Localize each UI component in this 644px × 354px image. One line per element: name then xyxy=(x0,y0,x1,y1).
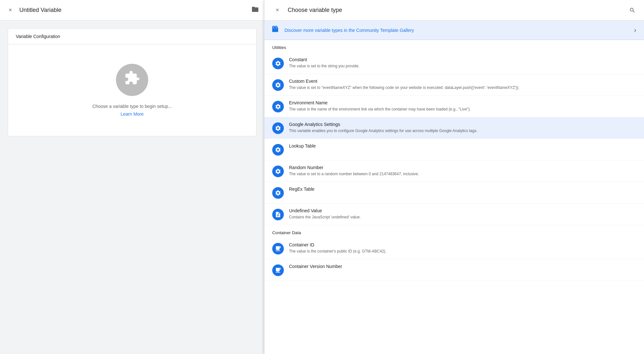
random-number-desc: The value is set to a random number betw… xyxy=(289,171,636,177)
environment-name-name: Environment Name xyxy=(289,100,636,105)
constant-name: Constant xyxy=(289,57,636,62)
variable-item-container-id[interactable]: Container IDThe value is the container's… xyxy=(264,238,644,259)
google-analytics-settings-content: Google Analytics SettingsThis variable e… xyxy=(289,122,636,134)
constant-content: ConstantThe value is set to the string y… xyxy=(289,57,636,69)
placeholder-icon-container xyxy=(116,64,148,96)
variable-item-lookup-table[interactable]: Lookup Table xyxy=(264,139,644,160)
folder-icon[interactable] xyxy=(251,5,259,15)
search-button[interactable] xyxy=(626,4,639,17)
container-version-number-icon xyxy=(272,264,284,276)
constant-icon xyxy=(272,58,284,69)
right-panel-close-button[interactable]: × xyxy=(272,5,283,15)
container-id-content: Container IDThe value is the container's… xyxy=(289,242,636,254)
google-analytics-settings-icon xyxy=(272,122,284,134)
random-number-name: Random Number xyxy=(289,165,636,170)
section-header-utilities: Utilities xyxy=(264,40,644,53)
custom-event-icon xyxy=(272,79,284,91)
puzzle-icon xyxy=(124,70,140,90)
section-header-container-data: Container Data xyxy=(264,225,644,238)
variable-item-container-version-number[interactable]: Container Version Number xyxy=(264,259,644,281)
choose-variable-text: Choose a variable type to begin setup... xyxy=(92,104,172,109)
undefined-value-desc: Contains the JavaScript 'undefined' valu… xyxy=(289,214,636,220)
container-version-number-content: Container Version Number xyxy=(289,264,636,270)
main-panel: × Untitled Variable Variable Configurati… xyxy=(0,0,264,354)
google-analytics-settings-desc: This variable enables you to configure G… xyxy=(289,128,636,134)
container-version-number-name: Container Version Number xyxy=(289,264,636,269)
google-analytics-settings-name: Google Analytics Settings xyxy=(289,122,636,127)
variable-item-regex-table[interactable]: RegEx Table xyxy=(264,182,644,204)
lookup-table-content: Lookup Table xyxy=(289,143,636,149)
community-banner-text: Discover more variable types in the Comm… xyxy=(284,28,629,33)
main-header: × Untitled Variable xyxy=(0,0,264,21)
page-title: Untitled Variable xyxy=(19,7,247,14)
regex-table-icon xyxy=(272,187,284,199)
variable-config-card: Variable Configuration Choose a variable… xyxy=(8,28,256,136)
random-number-icon xyxy=(272,166,284,177)
learn-more-link[interactable]: Learn More xyxy=(120,111,144,117)
undefined-value-content: Undefined ValueContains the JavaScript '… xyxy=(289,208,636,220)
constant-desc: The value is set to the string you provi… xyxy=(289,63,636,69)
variable-item-constant[interactable]: ConstantThe value is set to the string y… xyxy=(264,53,644,74)
main-close-button[interactable]: × xyxy=(5,5,15,15)
undefined-value-icon xyxy=(272,209,284,220)
community-banner-icon xyxy=(272,26,279,34)
random-number-content: Random NumberThe value is set to a rando… xyxy=(289,165,636,177)
right-panel-header: × Choose variable type xyxy=(264,0,644,21)
container-id-desc: The value is the container's public ID (… xyxy=(289,248,636,254)
variable-type-list: Utilities ConstantThe value is set to th… xyxy=(264,40,644,354)
variable-config-body: Choose a variable type to begin setup...… xyxy=(8,44,256,136)
variable-item-undefined-value[interactable]: Undefined ValueContains the JavaScript '… xyxy=(264,204,644,225)
community-template-banner[interactable]: Discover more variable types in the Comm… xyxy=(264,21,644,40)
lookup-table-name: Lookup Table xyxy=(289,143,636,148)
variable-config-header: Variable Configuration xyxy=(8,29,256,44)
container-id-icon xyxy=(272,243,284,254)
right-panel: × Choose variable type Discover more var… xyxy=(264,0,644,354)
variable-config-area: Variable Configuration Choose a variable… xyxy=(0,21,264,354)
lookup-table-icon xyxy=(272,144,284,156)
regex-table-content: RegEx Table xyxy=(289,187,636,193)
variable-item-custom-event[interactable]: Custom EventThe value is set to "eventNa… xyxy=(264,74,644,96)
environment-name-desc: The value is the name of the environment… xyxy=(289,106,636,112)
custom-event-content: Custom EventThe value is set to "eventNa… xyxy=(289,79,636,91)
regex-table-name: RegEx Table xyxy=(289,187,636,192)
undefined-value-name: Undefined Value xyxy=(289,208,636,213)
community-banner-chevron: › xyxy=(634,26,636,34)
variable-item-google-analytics-settings[interactable]: Google Analytics SettingsThis variable e… xyxy=(264,117,644,139)
variable-item-random-number[interactable]: Random NumberThe value is set to a rando… xyxy=(264,160,644,182)
container-id-name: Container ID xyxy=(289,242,636,247)
environment-name-content: Environment NameThe value is the name of… xyxy=(289,100,636,112)
right-panel-title: Choose variable type xyxy=(288,7,621,14)
environment-name-icon xyxy=(272,101,284,112)
custom-event-name: Custom Event xyxy=(289,79,636,84)
custom-event-desc: The value is set to "eventNameXYZ" when … xyxy=(289,85,636,91)
variable-item-environment-name[interactable]: Environment NameThe value is the name of… xyxy=(264,96,644,117)
